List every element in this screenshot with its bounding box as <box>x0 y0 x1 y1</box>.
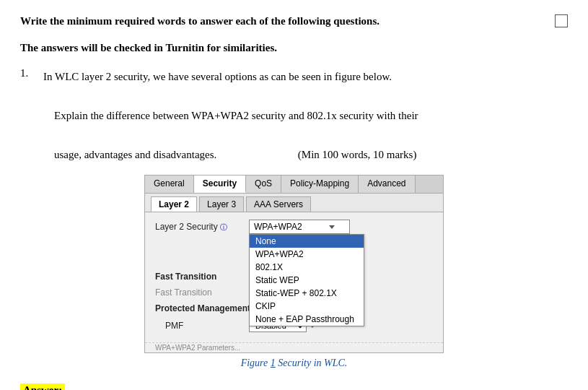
tab-layer3[interactable]: Layer 3 <box>199 196 244 212</box>
question-line-1: In WLC layer 2 security, we have several… <box>43 71 392 82</box>
dropdown-item-static-wep-8021x[interactable]: Static-WEP + 802.1X <box>250 287 364 300</box>
tab-qos[interactable]: QoS <box>246 176 281 193</box>
dropdown-item-none[interactable]: None <box>250 235 364 248</box>
tab-general[interactable]: General <box>145 176 194 193</box>
figure-number: 1 <box>271 358 276 368</box>
tab-aaa-servers[interactable]: AAA Servers <box>246 196 311 212</box>
layer2-security-select-wrapper: WPA+WPA2 None WPA+WPA2 802.1X Static WEP… <box>249 220 350 234</box>
dropdown-item-8021x[interactable]: 802.1X <box>250 261 364 274</box>
dropdown-item-wpa-wpa2[interactable]: WPA+WPA2 <box>250 248 364 261</box>
bottom-cut-text: WPA+WPA2 Parameters... <box>155 344 240 352</box>
question-line-3-text: usage, advantages and disadvantages. <box>54 149 216 160</box>
question-line-2: Explain the difference between WPA+WPA2 … <box>54 110 418 121</box>
tab-advanced[interactable]: Advanced <box>359 176 415 193</box>
figure-caption-prefix: Figure <box>241 358 271 368</box>
figure-caption: Figure 1 Security in WLC. <box>241 358 348 369</box>
layer2-security-label: Layer 2 Security ⓘ <box>155 222 249 233</box>
fast-transition-cb-label: Fast Transition <box>155 287 249 298</box>
info-icon: ⓘ <box>220 223 227 231</box>
wlc-screenshot: General Security QoS Policy-Mapping Adva… <box>144 175 444 353</box>
dropdown-item-ckip[interactable]: CKIP <box>250 300 364 313</box>
wlc-bottom-section: WPA+WPA2 Parameters... <box>145 342 443 352</box>
checkbox[interactable] <box>555 14 568 27</box>
layer2-security-select[interactable]: WPA+WPA2 <box>249 220 350 234</box>
marks-text: (Min 100 words, 10 marks) <box>298 149 417 160</box>
instruction-text: Write the minimum required words to answ… <box>20 13 548 30</box>
fast-transition-label: Fast Transition <box>155 272 249 282</box>
wlc-tabs-second: Layer 2 Layer 3 AAA Servers <box>145 194 443 212</box>
pmf-label: PMF <box>155 321 249 331</box>
tab-policy-mapping[interactable]: Policy-Mapping <box>281 176 359 193</box>
figure-container: General Security QoS Policy-Mapping Adva… <box>20 175 568 369</box>
wlc-tabs-top: General Security QoS Policy-Mapping Adva… <box>145 176 443 194</box>
dropdown-arrow-icon <box>329 225 335 229</box>
figure-caption-suffix: Security in WLC. <box>276 358 348 368</box>
answer-label: Answer: <box>20 378 568 390</box>
layer2-security-row: Layer 2 Security ⓘ WPA+WPA2 None WPA+WPA… <box>155 220 433 234</box>
turnitin-warning: The answers will be checked in Turnitin … <box>20 40 568 56</box>
layer2-security-dropdown: None WPA+WPA2 802.1X Static WEP Static-W… <box>249 234 364 326</box>
tab-security[interactable]: Security <box>194 176 246 193</box>
dropdown-item-none-eap[interactable]: None + EAP Passthrough <box>250 313 364 326</box>
protected-mgmt-label: Protected Management <box>155 303 250 313</box>
tab-layer2[interactable]: Layer 2 <box>151 196 197 212</box>
dropdown-item-static-wep[interactable]: Static WEP <box>250 274 364 287</box>
question-text: In WLC layer 2 security, we have several… <box>43 67 568 165</box>
question-block: 1. In WLC layer 2 security, we have seve… <box>20 67 568 165</box>
selected-value: WPA+WPA2 <box>254 222 302 232</box>
answer-label-text: Answer: <box>20 384 65 390</box>
question-number: 1. <box>20 67 43 79</box>
wlc-content: Layer 2 Security ⓘ WPA+WPA2 None WPA+WPA… <box>145 212 443 342</box>
